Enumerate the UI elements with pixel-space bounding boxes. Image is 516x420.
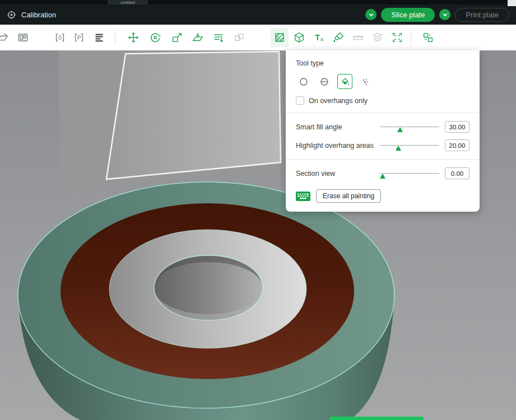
smart-fill-angle-slider[interactable]	[380, 123, 439, 132]
print-plate-button[interactable]: Print plate	[455, 8, 509, 22]
plate-settings-p-icon: P	[73, 31, 85, 44]
circle-tool-button[interactable]	[296, 74, 311, 89]
layer-height-tool-button[interactable]	[210, 28, 227, 47]
text-tool-button[interactable]: T a	[310, 28, 328, 47]
rotate-tool-button[interactable]	[146, 28, 164, 47]
panel-footer: Erase all painting	[296, 189, 469, 203]
svg-text:T: T	[315, 34, 320, 42]
gap-fill-tool-button[interactable]	[358, 74, 373, 89]
color-paint-tool-button[interactable]	[290, 28, 308, 47]
split-parts-tool-button[interactable]	[419, 28, 437, 47]
fill-tool-icon	[340, 77, 350, 87]
slider-thumb[interactable]	[397, 127, 403, 132]
highlight-overhang-label: Highlight overhang areas	[296, 142, 376, 150]
calibration-icon	[7, 10, 16, 20]
assembly-tool-button[interactable]	[369, 28, 387, 47]
sphere-tool-icon	[319, 77, 329, 87]
slider-thumb[interactable]	[396, 146, 401, 151]
layer-rows-icon	[93, 31, 105, 44]
rotate-icon	[149, 31, 161, 44]
section-view-row: Section view	[296, 167, 469, 179]
scale-tool-button[interactable]	[168, 28, 186, 47]
on-overhangs-label: On overhangs only	[309, 97, 368, 105]
layer-height-icon	[212, 31, 225, 44]
paint-fill-tool-button[interactable]	[329, 28, 347, 47]
toolbar-separator	[411, 30, 411, 45]
bottom-green-bar-fragment[interactable]	[329, 417, 424, 420]
measure-tool-button[interactable]	[349, 28, 367, 47]
chevron-down-icon	[368, 12, 374, 18]
svg-text:a: a	[320, 36, 324, 42]
plate-lock-button[interactable]: 0	[51, 28, 69, 47]
slicer-app: untitled Calibration Slice plate Print p…	[0, 0, 516, 420]
top-bar: Calibration Slice plate Print plate	[0, 4, 516, 25]
window-corner-fragment	[508, 0, 516, 6]
smart-fill-angle-label: Smart fill angle	[296, 123, 376, 131]
slice-plate-button[interactable]: Slice plate	[381, 8, 435, 22]
section-view-value[interactable]	[445, 167, 469, 179]
lay-flat-icon	[192, 31, 204, 44]
color-paint-cube-icon	[293, 31, 305, 44]
titlebar-strip: untitled	[0, 0, 516, 4]
arrange-button[interactable]	[14, 28, 32, 47]
text-icon: T a	[313, 31, 325, 44]
scale-icon	[171, 31, 183, 44]
merge-icon	[233, 31, 245, 44]
svg-text:P: P	[77, 35, 81, 41]
slider-thumb[interactable]	[380, 174, 385, 179]
split-objects-icon	[391, 31, 403, 44]
split-objects-tool-button[interactable]	[388, 28, 406, 47]
assembly-icon	[371, 31, 384, 44]
plate-lock-0-icon: 0	[54, 31, 66, 44]
window-tab[interactable]: untitled	[108, 0, 148, 4]
section-view-slider[interactable]	[380, 169, 439, 178]
plate-edit-icon	[0, 31, 9, 44]
page-title: Calibration	[21, 11, 56, 19]
arrange-icon	[17, 31, 29, 44]
panel-divider	[286, 159, 480, 160]
smart-fill-angle-row: Smart fill angle	[296, 121, 469, 133]
keyboard-icon	[296, 192, 310, 201]
plate-settings-button[interactable]: P	[70, 28, 88, 47]
fill-tool-button[interactable]	[337, 74, 352, 89]
model-cylinder[interactable]	[18, 182, 394, 420]
split-parts-icon	[422, 31, 434, 44]
panel-divider	[286, 113, 480, 113]
circle-tool-icon	[299, 77, 309, 87]
paint-bucket-icon	[332, 31, 345, 44]
tool-type-row	[296, 74, 469, 89]
section-view-label: Section view	[296, 170, 376, 178]
tool-type-label: Tool type	[296, 59, 469, 67]
keyboard-shortcuts-button[interactable]	[296, 192, 310, 201]
smart-fill-angle-value[interactable]	[445, 121, 469, 133]
toolbar-separator	[115, 30, 115, 45]
plate-edit-button[interactable]	[0, 28, 12, 47]
chevron-down-icon	[442, 12, 448, 18]
highlight-overhang-value[interactable]	[445, 139, 469, 151]
print-options-chevron[interactable]	[439, 9, 450, 20]
support-paint-icon	[273, 31, 286, 44]
highlight-overhang-slider[interactable]	[380, 141, 439, 150]
highlight-overhang-row: Highlight overhang areas	[296, 139, 469, 151]
layer-list-button[interactable]	[90, 28, 108, 47]
lay-flat-tool-button[interactable]	[189, 28, 207, 47]
sphere-tool-button[interactable]	[317, 74, 332, 89]
gap-fill-tool-icon	[361, 77, 371, 87]
on-overhangs-checkbox[interactable]	[296, 96, 304, 105]
measure-ruler-icon	[352, 31, 364, 44]
main-toolbar: 0 P	[0, 25, 516, 50]
erase-all-painting-button[interactable]: Erase all painting	[316, 189, 381, 203]
support-painting-panel: Tool type On overhangs only	[286, 50, 480, 212]
model-slab[interactable]	[58, 50, 289, 189]
support-paint-tool-button[interactable]	[271, 28, 289, 47]
move-icon	[127, 31, 140, 44]
svg-text:0: 0	[58, 35, 62, 41]
slice-options-chevron[interactable]	[365, 9, 376, 20]
move-tool-button[interactable]	[124, 28, 142, 47]
on-overhangs-row[interactable]: On overhangs only	[296, 96, 469, 105]
merge-tool-button[interactable]	[230, 28, 248, 47]
